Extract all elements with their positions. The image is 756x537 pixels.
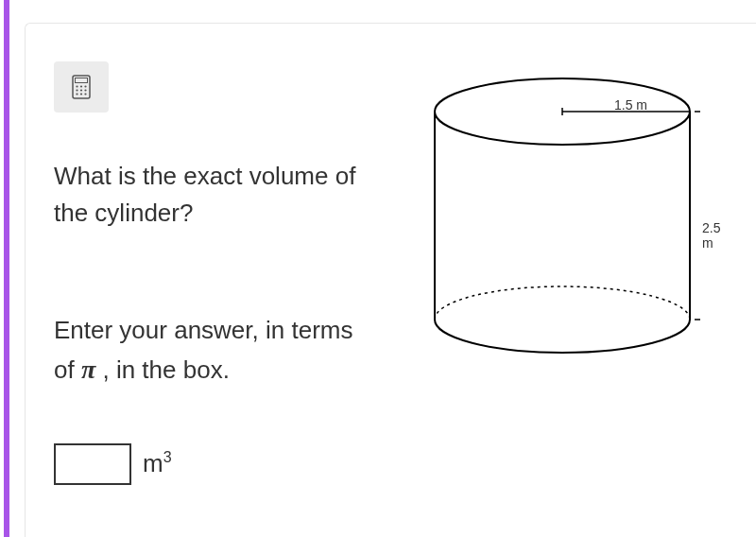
svg-point-2 [76, 85, 77, 87]
cylinder-diagram: 1.5 m 2.5 m [421, 69, 732, 372]
svg-point-8 [76, 93, 77, 95]
calculator-button[interactable] [54, 61, 109, 113]
unit-exponent: 3 [163, 450, 172, 466]
cylinder-svg [421, 69, 704, 362]
instruction-text: Enter your answer, in terms of π , in th… [54, 311, 375, 390]
question-card: What is the exact volume of the cylinder… [25, 23, 756, 537]
accent-bar [4, 0, 9, 537]
svg-point-10 [84, 93, 86, 95]
svg-point-4 [84, 85, 86, 87]
svg-point-9 [80, 93, 82, 95]
svg-point-3 [80, 85, 82, 87]
pi-symbol: π [81, 355, 95, 384]
svg-point-7 [84, 89, 86, 91]
left-column: What is the exact volume of the cylinder… [54, 61, 375, 485]
svg-point-6 [80, 89, 82, 91]
radius-label: 1.5 m [614, 97, 647, 113]
instruction-post: , in the box. [95, 355, 230, 384]
height-label: 2.5 m [702, 220, 732, 251]
answer-input[interactable] [54, 443, 131, 485]
svg-point-5 [76, 89, 77, 91]
question-text: What is the exact volume of the cylinder… [54, 158, 375, 232]
calculator-icon [72, 75, 91, 99]
unit-base: m [143, 449, 163, 477]
unit-label: m3 [143, 449, 172, 478]
content-row: What is the exact volume of the cylinder… [54, 61, 756, 485]
answer-row: m3 [54, 443, 375, 485]
svg-rect-1 [76, 78, 88, 83]
